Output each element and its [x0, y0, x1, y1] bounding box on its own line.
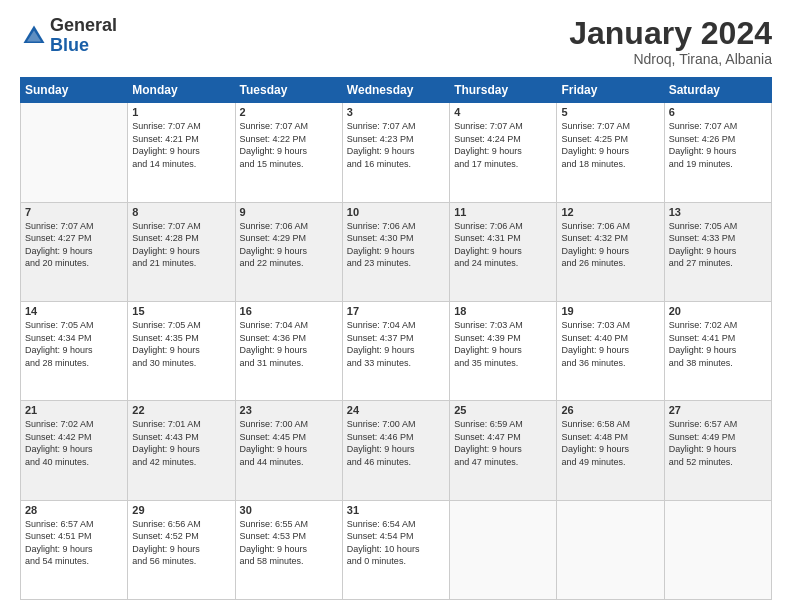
day-info: Sunrise: 6:58 AM Sunset: 4:48 PM Dayligh… — [561, 418, 659, 468]
table-cell: 6Sunrise: 7:07 AM Sunset: 4:26 PM Daylig… — [664, 103, 771, 202]
calendar-row-1: 7Sunrise: 7:07 AM Sunset: 4:27 PM Daylig… — [21, 202, 772, 301]
table-cell: 21Sunrise: 7:02 AM Sunset: 4:42 PM Dayli… — [21, 401, 128, 500]
table-cell: 20Sunrise: 7:02 AM Sunset: 4:41 PM Dayli… — [664, 301, 771, 400]
day-number: 23 — [240, 404, 338, 416]
day-number: 10 — [347, 206, 445, 218]
day-info: Sunrise: 6:54 AM Sunset: 4:54 PM Dayligh… — [347, 518, 445, 568]
table-cell: 7Sunrise: 7:07 AM Sunset: 4:27 PM Daylig… — [21, 202, 128, 301]
day-info: Sunrise: 7:06 AM Sunset: 4:29 PM Dayligh… — [240, 220, 338, 270]
header-thursday: Thursday — [450, 78, 557, 103]
table-cell: 12Sunrise: 7:06 AM Sunset: 4:32 PM Dayli… — [557, 202, 664, 301]
table-cell: 25Sunrise: 6:59 AM Sunset: 4:47 PM Dayli… — [450, 401, 557, 500]
day-info: Sunrise: 7:07 AM Sunset: 4:24 PM Dayligh… — [454, 120, 552, 170]
day-info: Sunrise: 7:07 AM Sunset: 4:28 PM Dayligh… — [132, 220, 230, 270]
day-number: 2 — [240, 106, 338, 118]
header-sunday: Sunday — [21, 78, 128, 103]
header-saturday: Saturday — [664, 78, 771, 103]
table-cell: 18Sunrise: 7:03 AM Sunset: 4:39 PM Dayli… — [450, 301, 557, 400]
day-info: Sunrise: 7:00 AM Sunset: 4:46 PM Dayligh… — [347, 418, 445, 468]
day-info: Sunrise: 7:05 AM Sunset: 4:33 PM Dayligh… — [669, 220, 767, 270]
day-number: 7 — [25, 206, 123, 218]
calendar-row-3: 21Sunrise: 7:02 AM Sunset: 4:42 PM Dayli… — [21, 401, 772, 500]
day-info: Sunrise: 7:04 AM Sunset: 4:36 PM Dayligh… — [240, 319, 338, 369]
day-info: Sunrise: 7:05 AM Sunset: 4:34 PM Dayligh… — [25, 319, 123, 369]
day-info: Sunrise: 7:00 AM Sunset: 4:45 PM Dayligh… — [240, 418, 338, 468]
day-number: 27 — [669, 404, 767, 416]
table-cell: 10Sunrise: 7:06 AM Sunset: 4:30 PM Dayli… — [342, 202, 449, 301]
day-number: 4 — [454, 106, 552, 118]
header-tuesday: Tuesday — [235, 78, 342, 103]
table-cell: 4Sunrise: 7:07 AM Sunset: 4:24 PM Daylig… — [450, 103, 557, 202]
day-info: Sunrise: 7:07 AM Sunset: 4:21 PM Dayligh… — [132, 120, 230, 170]
day-info: Sunrise: 7:03 AM Sunset: 4:40 PM Dayligh… — [561, 319, 659, 369]
page: General Blue January 2024 Ndroq, Tirana,… — [0, 0, 792, 612]
header-monday: Monday — [128, 78, 235, 103]
calendar-row-2: 14Sunrise: 7:05 AM Sunset: 4:34 PM Dayli… — [21, 301, 772, 400]
logo: General Blue — [20, 16, 117, 56]
weekday-header-row: Sunday Monday Tuesday Wednesday Thursday… — [21, 78, 772, 103]
table-cell: 17Sunrise: 7:04 AM Sunset: 4:37 PM Dayli… — [342, 301, 449, 400]
day-info: Sunrise: 6:57 AM Sunset: 4:51 PM Dayligh… — [25, 518, 123, 568]
day-info: Sunrise: 7:07 AM Sunset: 4:25 PM Dayligh… — [561, 120, 659, 170]
day-number: 19 — [561, 305, 659, 317]
header-friday: Friday — [557, 78, 664, 103]
table-cell: 26Sunrise: 6:58 AM Sunset: 4:48 PM Dayli… — [557, 401, 664, 500]
table-cell: 14Sunrise: 7:05 AM Sunset: 4:34 PM Dayli… — [21, 301, 128, 400]
day-info: Sunrise: 7:07 AM Sunset: 4:22 PM Dayligh… — [240, 120, 338, 170]
day-info: Sunrise: 7:01 AM Sunset: 4:43 PM Dayligh… — [132, 418, 230, 468]
day-info: Sunrise: 7:05 AM Sunset: 4:35 PM Dayligh… — [132, 319, 230, 369]
day-info: Sunrise: 7:06 AM Sunset: 4:31 PM Dayligh… — [454, 220, 552, 270]
table-cell: 5Sunrise: 7:07 AM Sunset: 4:25 PM Daylig… — [557, 103, 664, 202]
day-number: 28 — [25, 504, 123, 516]
day-number: 11 — [454, 206, 552, 218]
calendar-row-4: 28Sunrise: 6:57 AM Sunset: 4:51 PM Dayli… — [21, 500, 772, 599]
header: General Blue January 2024 Ndroq, Tirana,… — [20, 16, 772, 67]
day-info: Sunrise: 6:57 AM Sunset: 4:49 PM Dayligh… — [669, 418, 767, 468]
table-cell: 19Sunrise: 7:03 AM Sunset: 4:40 PM Dayli… — [557, 301, 664, 400]
day-number: 8 — [132, 206, 230, 218]
day-number: 14 — [25, 305, 123, 317]
table-cell: 24Sunrise: 7:00 AM Sunset: 4:46 PM Dayli… — [342, 401, 449, 500]
logo-icon — [20, 22, 48, 50]
day-number: 12 — [561, 206, 659, 218]
day-number: 16 — [240, 305, 338, 317]
day-number: 1 — [132, 106, 230, 118]
day-info: Sunrise: 7:04 AM Sunset: 4:37 PM Dayligh… — [347, 319, 445, 369]
table-cell: 2Sunrise: 7:07 AM Sunset: 4:22 PM Daylig… — [235, 103, 342, 202]
day-info: Sunrise: 7:02 AM Sunset: 4:41 PM Dayligh… — [669, 319, 767, 369]
day-number: 13 — [669, 206, 767, 218]
day-number: 9 — [240, 206, 338, 218]
table-cell: 16Sunrise: 7:04 AM Sunset: 4:36 PM Dayli… — [235, 301, 342, 400]
table-cell: 23Sunrise: 7:00 AM Sunset: 4:45 PM Dayli… — [235, 401, 342, 500]
day-number: 6 — [669, 106, 767, 118]
day-info: Sunrise: 6:56 AM Sunset: 4:52 PM Dayligh… — [132, 518, 230, 568]
table-cell — [450, 500, 557, 599]
title-block: January 2024 Ndroq, Tirana, Albania — [569, 16, 772, 67]
table-cell — [664, 500, 771, 599]
day-info: Sunrise: 6:55 AM Sunset: 4:53 PM Dayligh… — [240, 518, 338, 568]
day-number: 3 — [347, 106, 445, 118]
day-number: 22 — [132, 404, 230, 416]
month-title: January 2024 — [569, 16, 772, 51]
table-cell: 1Sunrise: 7:07 AM Sunset: 4:21 PM Daylig… — [128, 103, 235, 202]
table-cell: 15Sunrise: 7:05 AM Sunset: 4:35 PM Dayli… — [128, 301, 235, 400]
day-info: Sunrise: 7:06 AM Sunset: 4:32 PM Dayligh… — [561, 220, 659, 270]
table-cell: 29Sunrise: 6:56 AM Sunset: 4:52 PM Dayli… — [128, 500, 235, 599]
header-wednesday: Wednesday — [342, 78, 449, 103]
day-number: 20 — [669, 305, 767, 317]
day-number: 21 — [25, 404, 123, 416]
day-number: 18 — [454, 305, 552, 317]
table-cell: 9Sunrise: 7:06 AM Sunset: 4:29 PM Daylig… — [235, 202, 342, 301]
calendar-table: Sunday Monday Tuesday Wednesday Thursday… — [20, 77, 772, 600]
day-info: Sunrise: 7:03 AM Sunset: 4:39 PM Dayligh… — [454, 319, 552, 369]
day-number: 17 — [347, 305, 445, 317]
day-info: Sunrise: 7:07 AM Sunset: 4:26 PM Dayligh… — [669, 120, 767, 170]
day-number: 5 — [561, 106, 659, 118]
table-cell: 11Sunrise: 7:06 AM Sunset: 4:31 PM Dayli… — [450, 202, 557, 301]
table-cell: 31Sunrise: 6:54 AM Sunset: 4:54 PM Dayli… — [342, 500, 449, 599]
table-cell: 27Sunrise: 6:57 AM Sunset: 4:49 PM Dayli… — [664, 401, 771, 500]
table-cell: 13Sunrise: 7:05 AM Sunset: 4:33 PM Dayli… — [664, 202, 771, 301]
day-number: 15 — [132, 305, 230, 317]
day-info: Sunrise: 7:07 AM Sunset: 4:23 PM Dayligh… — [347, 120, 445, 170]
day-info: Sunrise: 6:59 AM Sunset: 4:47 PM Dayligh… — [454, 418, 552, 468]
